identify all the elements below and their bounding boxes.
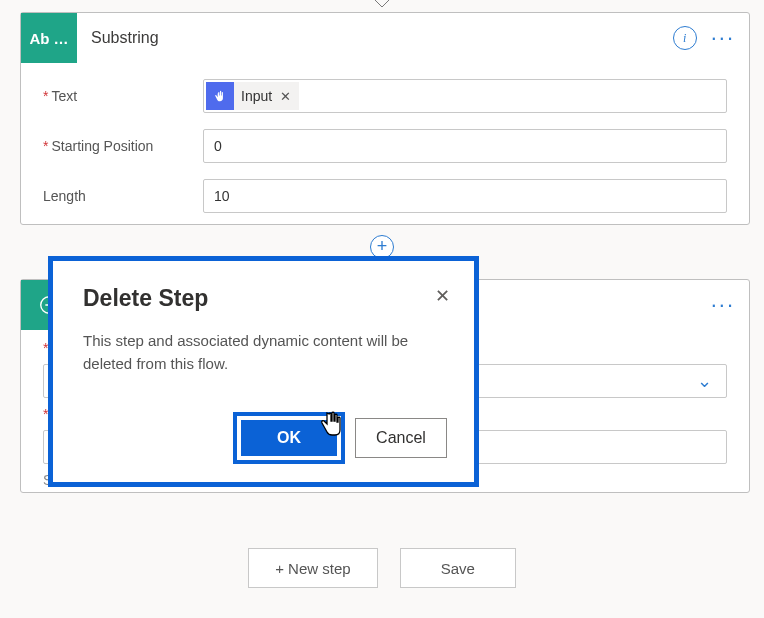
footer-actions: + New step Save xyxy=(0,548,764,588)
substring-card: Ab … Substring i ··· *Text Input ✕ xyxy=(20,12,750,225)
chevron-down-icon: ⌄ xyxy=(697,370,712,392)
more-menu[interactable]: ··· xyxy=(711,25,735,51)
ok-button-highlight: OK xyxy=(233,412,345,464)
cancel-button[interactable]: Cancel xyxy=(355,418,447,458)
delete-step-dialog: Delete Step ✕ This step and associated d… xyxy=(48,256,479,487)
input-token[interactable]: Input ✕ xyxy=(206,82,299,110)
close-icon[interactable]: ✕ xyxy=(435,285,450,307)
starting-position-input[interactable]: 0 xyxy=(203,129,727,163)
dialog-message: This step and associated dynamic content… xyxy=(83,330,443,375)
save-button[interactable]: Save xyxy=(400,548,516,588)
connector-arrow xyxy=(371,0,393,10)
more-menu-2[interactable]: ··· xyxy=(711,292,735,318)
token-label: Input xyxy=(241,88,272,104)
token-remove[interactable]: ✕ xyxy=(280,89,291,104)
length-label: Length xyxy=(43,188,203,204)
length-input[interactable]: 10 xyxy=(203,179,727,213)
ok-button[interactable]: OK xyxy=(241,420,337,456)
text-operations-icon: Ab … xyxy=(21,13,77,63)
starting-position-label: *Starting Position xyxy=(43,138,203,154)
new-step-button[interactable]: + New step xyxy=(248,548,377,588)
dialog-title: Delete Step xyxy=(83,285,444,312)
text-input[interactable]: Input ✕ xyxy=(203,79,727,113)
info-icon[interactable]: i xyxy=(673,26,697,50)
card-header: Ab … Substring i ··· xyxy=(21,13,749,63)
hand-icon xyxy=(206,82,234,110)
card-title: Substring xyxy=(77,29,673,47)
text-label: *Text xyxy=(43,88,203,104)
